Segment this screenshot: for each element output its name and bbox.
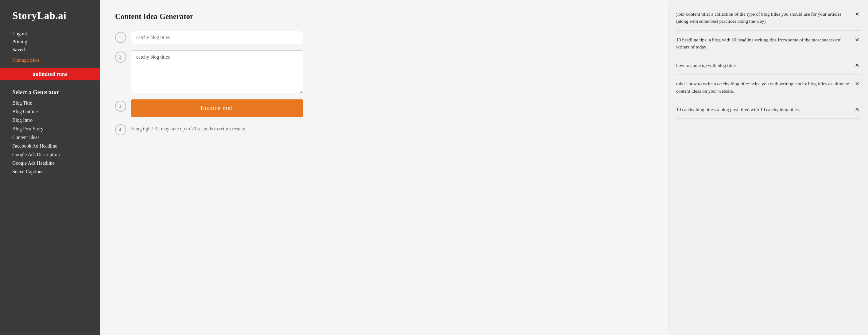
- wait-text: Hang tight! AI may take up to 30 seconds…: [131, 123, 303, 135]
- step-2-circle: 2.: [115, 52, 126, 63]
- result-close-1[interactable]: ✕: [854, 37, 861, 43]
- result-close-4[interactable]: ✕: [854, 106, 861, 113]
- result-close-0[interactable]: ✕: [854, 11, 861, 18]
- select-generator-heading: Select a Generator: [0, 80, 100, 99]
- sidebar-nav-logout[interactable]: Logout: [12, 30, 88, 37]
- result-close-3[interactable]: ✕: [854, 81, 861, 87]
- step-2-textarea[interactable]: [131, 50, 303, 93]
- sidebar-item-google-ads-description[interactable]: Google Ads Description: [0, 150, 100, 159]
- results-panel: your content title: a collection of the …: [669, 0, 868, 335]
- sidebar-item-google-ads-headline[interactable]: Google Ads Headline: [0, 159, 100, 168]
- inspire-button[interactable]: Inspire me!: [131, 99, 303, 117]
- sidebar-item-social-captions[interactable]: Social Captions: [0, 168, 100, 176]
- sidebar-item-blog-title[interactable]: Blog Title: [0, 99, 100, 107]
- sidebar-item-blog-intro[interactable]: Blog Intro: [0, 116, 100, 125]
- sidebar-nav: Logout Pricing Saved Manage plan: [0, 30, 100, 64]
- result-item-0: your content title: a collection of the …: [676, 9, 861, 31]
- sidebar-item-blog-post-story[interactable]: Blog Post Story: [0, 125, 100, 133]
- sidebar-nav-pricing[interactable]: Pricing: [12, 38, 88, 45]
- content-area: Content Idea Generator 1. 2. 3. Inspire …: [100, 0, 868, 335]
- result-text-4: 10 catchy blog titles: a blog post fille…: [676, 106, 850, 113]
- sidebar-item-blog-outline[interactable]: Blog Outline: [0, 107, 100, 116]
- step-4-circle: 4.: [115, 124, 126, 135]
- result-close-2[interactable]: ✕: [854, 62, 861, 69]
- sidebar-item-content-ideas[interactable]: Content Ideas: [0, 133, 100, 142]
- result-item-3: this is how to write a catchy blog title…: [676, 74, 861, 100]
- unlimited-runs-badge: unlimited runs: [0, 68, 100, 80]
- result-text-3: this is how to write a catchy blog title…: [676, 80, 850, 95]
- result-text-2: how to come up with blog titles.: [676, 62, 850, 69]
- step-3-circle: 3.: [115, 101, 126, 112]
- result-text-1: 10 headline tips: a blog with 10 headlin…: [676, 36, 850, 51]
- result-item-4: 10 catchy blog titles: a blog post fille…: [676, 100, 861, 119]
- step-1-input[interactable]: [131, 31, 303, 44]
- result-item-2: how to come up with blog titles.✕: [676, 56, 861, 74]
- result-text-0: your content title: a collection of the …: [676, 10, 850, 25]
- sidebar: StoryLab.ai Logout Pricing Saved Manage …: [0, 0, 100, 335]
- sidebar-nav-manage-plan[interactable]: Manage plan: [12, 57, 88, 64]
- result-item-1: 10 headline tips: a blog with 10 headlin…: [676, 31, 861, 57]
- sidebar-item-facebook-ad-headline[interactable]: Facebook Ad Headline: [0, 142, 100, 150]
- app-logo: StoryLab.ai: [0, 0, 100, 30]
- sidebar-nav-saved[interactable]: Saved: [12, 46, 88, 54]
- generator-list: Blog TitleBlog OutlineBlog IntroBlog Pos…: [0, 99, 100, 176]
- step-1-circle: 1.: [115, 32, 126, 43]
